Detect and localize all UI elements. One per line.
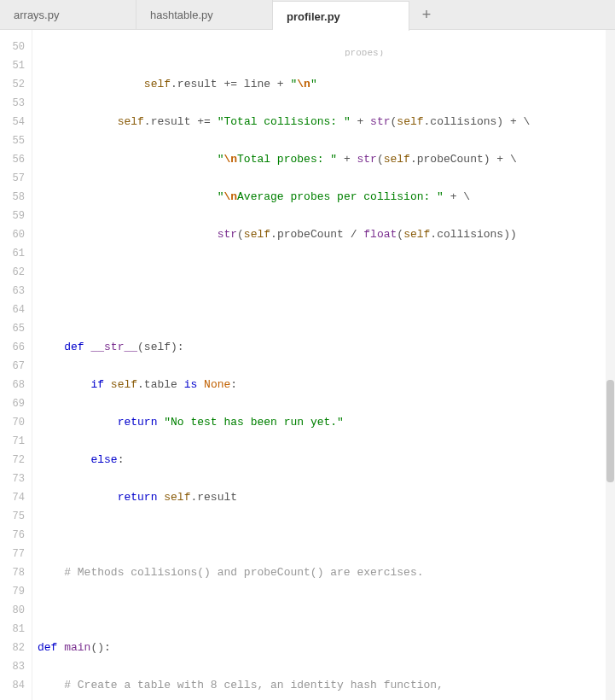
tab-hashtable[interactable]: hashtable.py — [136, 0, 273, 29]
code-line[interactable] — [38, 601, 615, 620]
line-number: 59 — [0, 207, 25, 225]
line-number: 70 — [0, 413, 25, 432]
line-number: 75 — [0, 507, 25, 526]
line-number: 60 — [0, 225, 25, 244]
code-line[interactable]: def main(): — [38, 639, 615, 657]
code-line[interactable]: probes) — [38, 50, 615, 56]
code-line[interactable]: return "No test has been run yet." — [38, 413, 615, 432]
code-line[interactable]: self.result += "Total collisions: " + st… — [38, 113, 615, 131]
line-number: 63 — [0, 282, 25, 300]
line-number: 82 — [0, 639, 25, 657]
line-number: 72 — [0, 451, 25, 470]
tab-profiler[interactable]: profiler.py — [273, 1, 409, 31]
code-line[interactable]: self.result += line + "\n" — [38, 75, 615, 94]
new-tab-button[interactable]: + — [409, 0, 444, 29]
line-number: 64 — [0, 300, 25, 319]
line-number: 73 — [0, 470, 25, 488]
code-line[interactable]: else: — [38, 451, 615, 470]
tab-label: arrays.py — [14, 9, 59, 21]
scrollbar-thumb[interactable] — [606, 380, 614, 482]
line-number: 69 — [0, 394, 25, 413]
line-number: 51 — [0, 56, 25, 75]
line-number: 79 — [0, 582, 25, 601]
line-number: 81 — [0, 620, 25, 639]
line-number: 62 — [0, 263, 25, 282]
line-number: 65 — [0, 319, 25, 338]
line-number: 67 — [0, 357, 25, 376]
plus-icon: + — [422, 6, 432, 24]
code-line[interactable] — [38, 300, 615, 319]
code-line[interactable]: # Methods collisions() and probeCount() … — [38, 563, 615, 582]
line-number: 76 — [0, 526, 25, 545]
line-number: 53 — [0, 94, 25, 113]
code-line[interactable]: "\nAverage probes per collision: " + \ — [38, 188, 615, 207]
code-line[interactable]: if self.table is None: — [38, 376, 615, 394]
code-editor[interactable]: 5051525354555657585960616263646566676869… — [0, 30, 615, 700]
code-line[interactable]: def __str__(self): — [38, 338, 615, 357]
line-number: 84 — [0, 676, 25, 695]
line-number: 77 — [0, 545, 25, 563]
tab-label: hashtable.py — [150, 9, 213, 21]
line-number-gutter: 5051525354555657585960616263646566676869… — [0, 30, 32, 700]
code-line[interactable]: return self.result — [38, 488, 615, 507]
code-line[interactable]: "\nTotal probes: " + str(self.probeCount… — [38, 150, 615, 169]
line-number: 61 — [0, 244, 25, 263]
tab-label: profiler.py — [287, 10, 340, 23]
line-number: 78 — [0, 563, 25, 582]
tab-bar: arrays.py hashtable.py profiler.py + — [0, 0, 615, 30]
line-number: 66 — [0, 338, 25, 357]
line-number: 55 — [0, 131, 25, 150]
line-number: 74 — [0, 488, 25, 507]
line-number: 83 — [0, 657, 25, 676]
line-number: 52 — [0, 75, 25, 94]
line-number: 57 — [0, 169, 25, 188]
line-number: 50 — [0, 38, 25, 56]
code-line[interactable]: str(self.probeCount / float(self.collisi… — [38, 225, 615, 244]
line-number: 54 — [0, 113, 25, 131]
line-number: 58 — [0, 188, 25, 207]
scrollbar-track[interactable] — [606, 30, 615, 700]
code-line[interactable] — [38, 526, 615, 545]
line-number: 68 — [0, 376, 25, 394]
line-number: 71 — [0, 432, 25, 451]
tab-arrays[interactable]: arrays.py — [0, 0, 136, 29]
line-number: 80 — [0, 601, 25, 620]
code-line[interactable] — [38, 263, 615, 282]
code-area[interactable]: probes) self.result += line + "\n" self.… — [32, 30, 615, 700]
code-line[interactable]: # Create a table with 8 cells, an identi… — [38, 676, 615, 695]
line-number: 56 — [0, 150, 25, 169]
